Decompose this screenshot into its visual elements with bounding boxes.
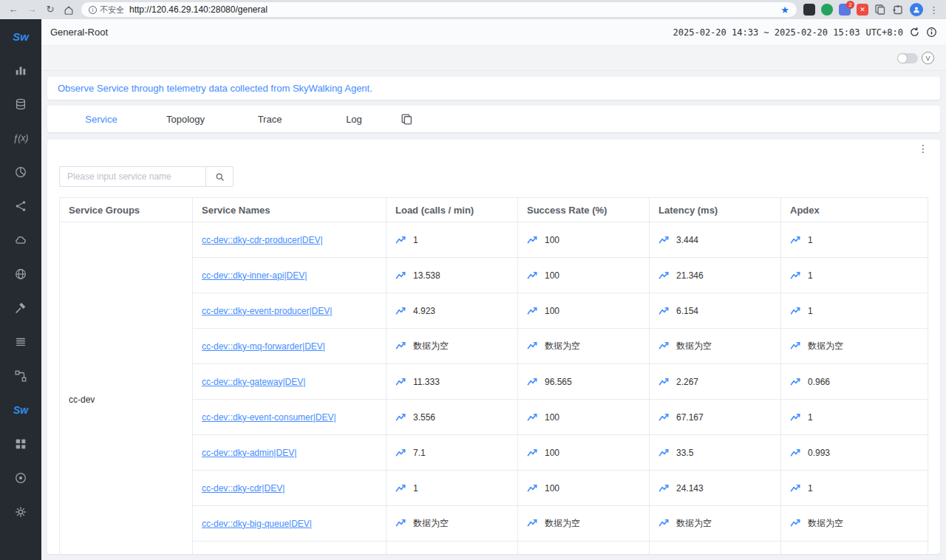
trend-icon[interactable] (395, 553, 406, 554)
trend-icon[interactable] (659, 270, 670, 281)
bookmark-star-icon[interactable]: ★ (780, 4, 789, 16)
bar-chart-icon (14, 64, 27, 77)
trend-icon[interactable] (790, 305, 801, 316)
sidebar-item-virtual-services[interactable] (0, 325, 41, 359)
reload-icon[interactable]: ↻ (44, 4, 56, 16)
service-link[interactable]: cc-dev::dky-admin|DEV| (202, 448, 296, 458)
trend-icon[interactable] (659, 517, 670, 528)
home-icon[interactable] (63, 4, 75, 16)
sidebar-item-profiles[interactable] (0, 461, 41, 495)
timezone-label[interactable]: UTC+8:0 (865, 27, 903, 38)
trend-icon[interactable] (790, 234, 801, 245)
trend-icon[interactable] (790, 376, 801, 387)
service-link[interactable]: cc-dev::dky-big-queue|DEV| (202, 519, 312, 529)
trend-icon[interactable] (395, 270, 406, 281)
sidebar-item-topology[interactable] (0, 359, 41, 393)
service-link[interactable]: cc-dev::dky-cdr|DEV| (202, 483, 285, 494)
metric-value: 数据为空 (545, 518, 580, 528)
forward-icon[interactable]: → (26, 4, 38, 16)
edit-toggle[interactable] (897, 53, 918, 64)
tab-service[interactable]: Service (59, 114, 143, 125)
info-circle-icon[interactable] (926, 27, 937, 38)
trend-icon[interactable] (659, 482, 670, 494)
trend-icon[interactable] (395, 412, 406, 423)
extension-icon-dark[interactable] (803, 4, 815, 16)
trend-icon[interactable] (527, 376, 538, 387)
sidebar-item-self-observability[interactable]: Sw (0, 393, 41, 427)
sidebar-item-browser[interactable] (0, 155, 41, 189)
trend-icon[interactable] (395, 482, 406, 494)
sidebar-item-tools[interactable] (0, 291, 41, 325)
extension-icon-red[interactable]: ✕ (857, 4, 868, 16)
trend-icon[interactable] (659, 412, 670, 423)
trend-icon[interactable] (790, 482, 801, 494)
version-badge[interactable]: V (922, 52, 934, 64)
metric-value: 数据为空 (808, 518, 843, 528)
trend-icon[interactable] (790, 412, 801, 423)
trend-icon[interactable] (527, 553, 538, 554)
tab-copy-icon[interactable] (874, 4, 886, 16)
trend-icon[interactable] (527, 517, 538, 528)
search-button[interactable] (205, 166, 234, 187)
service-link[interactable]: cc-dev::dky-event-consumer|DEV| (202, 412, 336, 423)
extension-icon-green[interactable] (821, 4, 833, 16)
back-icon[interactable]: ← (7, 4, 19, 16)
sidebar-item-infrastructure[interactable] (0, 223, 41, 257)
trend-icon[interactable] (659, 340, 670, 351)
trend-icon[interactable] (659, 376, 670, 387)
service-link[interactable]: cc-dev::dky-inner-api|DEV| (202, 270, 307, 281)
extensions-puzzle-icon[interactable] (892, 4, 904, 16)
service-link[interactable]: cc-dev::dky-mq-forwarder|DEV| (202, 341, 325, 352)
service-link[interactable]: cc-dev::dky-cdr-producer|DEV| (202, 235, 323, 245)
metric-value: 100 (545, 306, 559, 316)
trend-icon[interactable] (790, 553, 801, 554)
sidebar-item-gateway[interactable] (0, 257, 41, 291)
profile-avatar[interactable] (910, 3, 923, 16)
trend-icon[interactable] (527, 270, 538, 281)
trend-icon[interactable] (527, 412, 538, 423)
trend-icon[interactable] (527, 482, 538, 494)
trend-icon[interactable] (395, 517, 406, 528)
trend-icon[interactable] (790, 447, 801, 458)
trend-icon[interactable] (659, 305, 670, 316)
time-range[interactable]: 2025-02-20 14:33 ~ 2025-02-20 15:03 (673, 27, 860, 38)
trend-icon[interactable] (395, 376, 406, 387)
sidebar-item-settings[interactable] (0, 495, 41, 529)
panel-menu-icon[interactable]: ⋮ (918, 143, 928, 154)
trend-icon[interactable] (790, 340, 801, 351)
tab-topology[interactable]: Topology (143, 114, 228, 125)
extension-icon-badged[interactable]: 2 (839, 4, 851, 16)
browser-menu-icon[interactable]: ⋮ (929, 4, 939, 16)
url-text[interactable]: http://120.46.29.140:28080/general (129, 4, 268, 15)
sidebar-item-dashboards[interactable] (0, 427, 41, 461)
trend-icon[interactable] (527, 305, 538, 316)
service-link[interactable]: cc-dev::dky-ws-sdk-2|DEV| (202, 554, 308, 555)
trend-icon[interactable] (395, 305, 406, 316)
service-link[interactable]: cc-dev::dky-event-producer|DEV| (202, 306, 332, 316)
skywalking-logo[interactable]: Sw (13, 19, 29, 53)
security-chip[interactable]: i 不安全 (89, 4, 124, 16)
trend-icon[interactable] (659, 447, 670, 458)
search-input[interactable] (59, 166, 205, 187)
sidebar-item-database[interactable] (0, 87, 41, 121)
service-link[interactable]: cc-dev::dky-gateway|DEV| (202, 377, 305, 387)
tab-log[interactable]: Log (312, 114, 396, 125)
trend-icon[interactable] (395, 447, 406, 458)
trend-icon[interactable] (659, 553, 670, 554)
latency-cell: 24.143 (650, 471, 781, 506)
sidebar-item-functions[interactable]: ƒ(x) (0, 121, 41, 155)
address-bar[interactable]: i 不安全 http://120.46.29.140:28080/general… (81, 2, 797, 17)
trend-icon[interactable] (527, 340, 538, 351)
trend-icon[interactable] (659, 234, 670, 245)
trend-icon[interactable] (395, 340, 406, 351)
trend-icon[interactable] (790, 270, 801, 281)
sidebar-item-mesh[interactable] (0, 189, 41, 223)
refresh-icon[interactable] (909, 27, 920, 38)
tab-trace[interactable]: Trace (228, 114, 312, 125)
trend-icon[interactable] (395, 234, 406, 245)
copy-tab-icon[interactable] (401, 113, 413, 126)
trend-icon[interactable] (527, 447, 538, 458)
trend-icon[interactable] (527, 234, 538, 245)
sidebar-item-general-service[interactable] (0, 53, 41, 87)
trend-icon[interactable] (790, 517, 801, 528)
